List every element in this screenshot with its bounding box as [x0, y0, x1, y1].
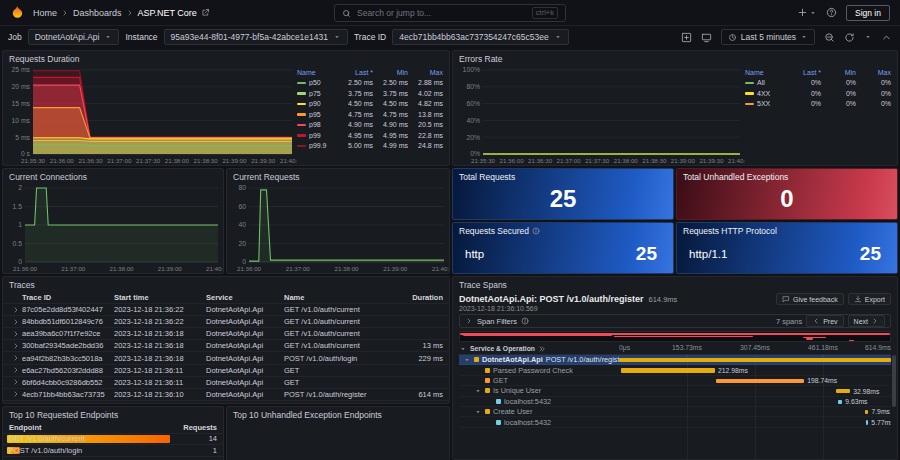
legend-series[interactable]: p95 4.75 ms4.75 ms13.8 ms — [297, 109, 443, 120]
span-bar[interactable] — [838, 400, 842, 404]
span-bar[interactable] — [716, 379, 804, 383]
legend-col-last[interactable]: Last * — [337, 69, 373, 76]
give-feedback-button[interactable]: Give feedback — [776, 293, 844, 305]
expand-trace-icon[interactable] — [9, 306, 22, 314]
zoom-out-icon[interactable] — [824, 32, 835, 43]
span-bar[interactable] — [866, 420, 869, 424]
expand-trace-icon[interactable] — [9, 330, 22, 338]
collapse-span-icon[interactable] — [463, 356, 471, 364]
legend-series[interactable]: p99 4.95 ms4.95 ms22.8 ms — [297, 130, 443, 141]
trace-row[interactable]: ea94f2b82b3b3cc5018a 2023-12-18 21:36:18… — [3, 352, 449, 364]
span-row[interactable]: localhost:5432 5.77ms — [459, 417, 891, 427]
trace-minimap[interactable] — [459, 331, 891, 342]
span-filters-bar[interactable]: Span Filters 7 spans Prev Next — [459, 314, 891, 328]
trace-row[interactable]: 84bbdb51df6012849c76 2023-12-18 21:36:22… — [3, 316, 449, 328]
breadcrumb-home[interactable]: Home — [33, 8, 57, 18]
legend-col-name[interactable]: Name — [745, 69, 785, 76]
span-row[interactable]: Create User 7.9ms — [459, 407, 891, 417]
help-icon[interactable] — [826, 7, 837, 18]
panel-title[interactable]: Errors Rate — [453, 51, 897, 66]
info-icon[interactable] — [532, 227, 540, 235]
spans-scrollbar[interactable] — [892, 355, 896, 407]
current-connections-chart[interactable]: 21.510.5021:36:0021:37:0021:38:0021:39:0… — [3, 184, 223, 273]
span-row[interactable]: GET 198.74ms — [459, 376, 891, 386]
trace-row[interactable]: 6bf6d4cbb0c9286db552 2023-12-18 21:36:11… — [3, 377, 449, 389]
trace-row[interactable]: e6ac27bd56203f2ddd88 2023-12-18 21:36:11… — [3, 365, 449, 377]
trace-id-variable-input[interactable]: 4ecb71bb4bb63ac737354247c65c53ee — [392, 29, 568, 45]
trace-row[interactable]: 4ecb71bb4bb63ac73735 2023-12-18 21:36:10… — [3, 389, 449, 401]
refresh-icon[interactable] — [844, 32, 855, 43]
span-row[interactable]: localhost:5432 9.63ms — [459, 397, 891, 407]
share-dashboard-icon[interactable] — [201, 8, 210, 17]
next-span-button[interactable]: Next — [848, 315, 885, 327]
legend-col-name[interactable]: Name — [297, 69, 337, 76]
expand-trace-icon[interactable] — [9, 354, 22, 362]
span-bar[interactable] — [619, 358, 891, 362]
legend-series[interactable]: p99.9 5.00 ms4.99 ms24.8 ms — [297, 141, 443, 152]
requests-duration-chart[interactable]: 25 ms20 ms15 ms10 ms5 ms0 s21:35:3021:36… — [3, 66, 297, 165]
search-input[interactable]: Search or jump to... ctrl+k — [334, 4, 566, 22]
expand-trace-icon[interactable] — [9, 378, 22, 386]
legend-series[interactable]: 5XX 0%0%0% — [745, 99, 891, 110]
panel-title[interactable]: Top 10 Requested Endpoints — [3, 407, 223, 422]
legend-col-min[interactable]: Min — [821, 69, 856, 76]
traces-col[interactable]: Duration — [397, 293, 443, 302]
panel-title[interactable]: Traces — [3, 277, 449, 292]
traces-col[interactable]: Start time — [114, 293, 206, 302]
span-row[interactable]: DotnetAotApi.ApiPOST /v1.0/auth/register… — [459, 355, 891, 365]
span-bar[interactable] — [836, 389, 851, 393]
service-operation-header[interactable]: Service & Operation — [470, 345, 535, 352]
caret-down-icon[interactable] — [459, 345, 467, 353]
add-panel-icon[interactable] — [681, 32, 692, 43]
span-bar[interactable] — [865, 410, 868, 414]
legend-col-max[interactable]: Max — [856, 69, 891, 76]
endpoints-col[interactable]: Requests — [177, 423, 217, 432]
endpoint-row[interactable]: GET /v1.0/auth/current 14 — [3, 434, 223, 446]
collapse-span-icon[interactable] — [474, 408, 482, 416]
legend-series[interactable]: All 0%0%0% — [745, 78, 891, 89]
trace-row[interactable]: aea39ba6c07f1f7e92ce 2023-12-18 21:36:18… — [3, 328, 449, 340]
job-variable-select[interactable]: DotnetAotApi.Api — [28, 29, 120, 45]
legend-series[interactable]: p98 4.90 ms4.90 ms20.5 ms — [297, 120, 443, 131]
traces-col[interactable]: Name — [284, 293, 397, 302]
angle-double-right-icon[interactable] — [538, 345, 546, 353]
expand-trace-icon[interactable] — [9, 318, 22, 326]
endpoints-col[interactable]: Endpoint — [9, 423, 177, 432]
add-menu-button[interactable] — [797, 7, 817, 18]
collapse-toolbar-icon[interactable] — [881, 32, 892, 43]
endpoint-row[interactable]: POST /v1.0/auth/login 1 — [3, 445, 223, 457]
panel-title[interactable]: Requests Duration — [3, 51, 449, 66]
prev-span-button[interactable]: Prev — [806, 315, 843, 327]
expand-trace-icon[interactable] — [9, 390, 22, 398]
legend-col-min[interactable]: Min — [373, 69, 408, 76]
time-range-picker[interactable]: Last 5 minutes — [721, 29, 815, 45]
panel-title[interactable]: Current Requests — [227, 169, 449, 184]
export-button[interactable]: Export — [848, 293, 891, 305]
grafana-logo-icon[interactable] — [10, 5, 25, 20]
errors-rate-chart[interactable]: 100%80%60%40%20%0%21:35:3021:36:0021:36:… — [453, 66, 745, 165]
legend-col-max[interactable]: Max — [408, 69, 443, 76]
legend-series[interactable]: 4XX 0%0%0% — [745, 88, 891, 99]
panel-title[interactable]: Top 10 Unhandled Exception Endpoints — [227, 407, 449, 422]
refresh-interval-caret-icon[interactable] — [864, 33, 872, 41]
breadcrumb-dashboard-title[interactable]: ASP.NET Core — [138, 8, 197, 18]
expand-trace-icon[interactable] — [9, 366, 22, 374]
span-row[interactable]: Is Unique User 32.98ms — [459, 386, 891, 396]
legend-series[interactable]: p50 2.50 ms2.50 ms2.88 ms — [297, 78, 443, 89]
span-row[interactable]: Parsed Password Check 212.98ms — [459, 365, 891, 375]
collapse-span-icon[interactable] — [474, 387, 482, 395]
traces-col[interactable]: Service — [206, 293, 284, 302]
traces-col[interactable]: Trace ID — [22, 293, 114, 302]
tv-kiosk-icon[interactable] — [701, 32, 712, 43]
trace-row[interactable]: 87c05e2dd8d53f402447 2023-12-18 21:36:22… — [3, 304, 449, 316]
panel-title[interactable]: Trace Spans — [453, 277, 897, 292]
sign-in-button[interactable]: Sign in — [846, 5, 890, 21]
legend-series[interactable]: p75 3.75 ms3.75 ms4.02 ms — [297, 88, 443, 99]
current-requests-chart[interactable]: 80604020021:36:0021:37:0021:38:0021:39:0… — [227, 184, 449, 273]
legend-col-last[interactable]: Last * — [785, 69, 821, 76]
legend-series[interactable]: p90 4.50 ms4.50 ms4.82 ms — [297, 99, 443, 110]
span-bar[interactable] — [621, 368, 715, 372]
expand-trace-icon[interactable] — [9, 342, 22, 350]
instance-variable-select[interactable]: 95a93e44-8f01-4977-bf5a-42abce1e1431 — [164, 29, 348, 45]
breadcrumb-dashboards[interactable]: Dashboards — [73, 8, 122, 18]
